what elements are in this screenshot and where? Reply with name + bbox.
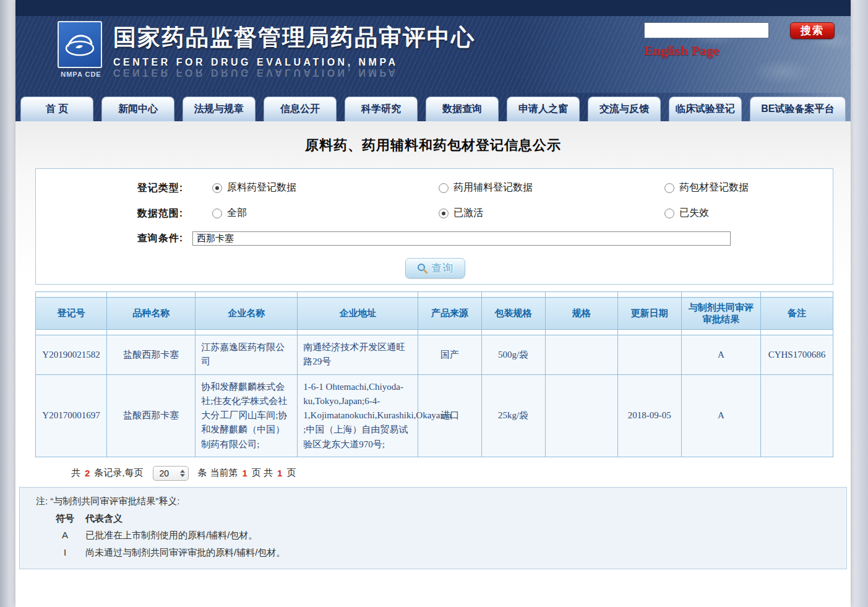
query-condition-label: 查询条件: — [36, 232, 183, 245]
reg-type-row: 登记类型: 原料药登记数据药用辅料登记数据药包材登记数据 — [36, 181, 833, 195]
table-cell — [617, 335, 681, 375]
table-cell: 南通经济技术开发区通旺路29号 — [298, 335, 418, 375]
header-top-strip — [15, 0, 851, 16]
main-nav: 首 页新闻中心法规与规章信息公开科学研究数据查询申请人之窗交流与反馈临床试验登记… — [15, 93, 851, 121]
pagination-total-pages: 1 — [276, 468, 283, 478]
site-title-block: 国家药品监督管理局药品审评中心 CENTER FOR DRUG EVALUATI… — [113, 22, 475, 78]
scope-option-label: 已激活 — [453, 207, 483, 220]
page-title: 原料药、药用辅料和药包材登记信息公示 — [15, 136, 851, 155]
magnifier-icon — [417, 263, 428, 273]
pagination-current-prefix: 当前第 — [210, 467, 238, 479]
site-search-button[interactable]: 搜索 — [790, 22, 835, 39]
table-row: Y20170001697盐酸西那卡塞协和发酵麒麟株式会社;住友化学株式会社 大分… — [36, 374, 833, 457]
column-header: 包装规格 — [481, 298, 545, 330]
logo-caption: NMPA CDE — [58, 71, 105, 78]
scope-option[interactable]: 已激活 — [439, 207, 483, 220]
swan-logo-icon — [62, 27, 98, 62]
stepper-icon — [180, 470, 185, 477]
scope-option[interactable]: 全部 — [212, 207, 247, 220]
radio-icon[interactable] — [212, 209, 222, 218]
table-cell — [760, 374, 833, 457]
site-search-input[interactable] — [644, 22, 769, 38]
legend-symbol: A — [51, 527, 79, 544]
site-title-en-reflection: CENTER FOR DRUG EVALUATION, NMPA — [113, 68, 475, 78]
query-condition-input[interactable] — [192, 231, 731, 246]
legend-meaning-header: 代表含义 — [79, 510, 122, 527]
results-table: 登记号品种名称企业名称企业地址产品来源包装规格规格更新日期与制剂共同审评审批结果… — [35, 291, 833, 457]
nav-tab[interactable]: 信息公开 — [264, 97, 337, 121]
nav-tab[interactable]: 法规与规章 — [183, 97, 256, 121]
scope-option[interactable]: 已失效 — [664, 207, 709, 220]
column-header: 企业名称 — [196, 298, 298, 330]
table-cell — [545, 374, 617, 457]
scope-option-label: 已失效 — [679, 207, 709, 220]
nav-tab[interactable]: 申请人之窗 — [507, 97, 580, 121]
nav-tab[interactable]: 科学研究 — [345, 97, 418, 121]
reg-type-option-label: 药包材登记数据 — [679, 181, 749, 194]
table-row: Y20190021582盐酸西那卡塞江苏嘉逸医药有限公司南通经济技术开发区通旺路… — [36, 335, 833, 375]
table-header-row: 登记号品种名称企业名称企业地址产品来源包装规格规格更新日期与制剂共同审评审批结果… — [36, 298, 833, 330]
nav-tab[interactable]: BE试验备案平台 — [750, 97, 846, 121]
header-search-area: 搜索 English Page — [644, 22, 848, 59]
main-content: 原料药、药用辅料和药包材登记信息公示 登记类型: 原料药登记数据药用辅料登记数据… — [15, 121, 851, 607]
legend-symbol: I — [51, 544, 79, 561]
table-cell: 协和发酵麒麟株式会社;住友化学株式会社 大分工厂冈山车间;协和发酵麒麟（中国）制… — [196, 374, 298, 457]
table-cell: A — [681, 335, 760, 375]
nmpa-cde-logo[interactable] — [58, 21, 102, 68]
legend-grid: 符号 代表含义 A已批准在上市制剂使用的原料/辅料/包材。I尚未通过与制剂共同审… — [51, 510, 840, 561]
reg-type-option[interactable]: 药包材登记数据 — [664, 181, 749, 194]
table-cell: 江苏嘉逸医药有限公司 — [196, 335, 298, 375]
site-header: NMPA CDE 国家药品监督管理局药品审评中心 CENTER FOR DRUG… — [15, 16, 851, 93]
table-cell: 国产 — [418, 335, 481, 375]
legend-symbol-header: 符号 — [51, 510, 79, 527]
radio-icon[interactable] — [664, 209, 674, 218]
radio-icon[interactable] — [212, 183, 222, 193]
table-cell: CYHS1700686 — [760, 335, 833, 375]
legend-row: A已批准在上市制剂使用的原料/辅料/包材。 — [51, 527, 840, 544]
nav-tab[interactable]: 交流与反馈 — [588, 97, 661, 121]
radio-icon[interactable] — [664, 183, 674, 193]
english-page-link[interactable]: English Page — [644, 43, 720, 59]
legend-meaning: 尚未通过与制剂共同审评审批的原料/辅料/包材。 — [79, 544, 285, 561]
nav-tab[interactable]: 临床试验登记 — [669, 97, 742, 121]
column-header: 登记号 — [36, 298, 107, 330]
legend-title: 注: “与制剂共同审评审批结果”释义: — [36, 493, 840, 510]
pagination-per-page-text: 条记录,每页 — [94, 467, 143, 479]
legend-meaning: 已批准在上市制剂使用的原料/辅料/包材。 — [79, 527, 257, 544]
column-header: 备注 — [760, 298, 833, 330]
logo-block: NMPA CDE — [58, 21, 105, 78]
scope-option-label: 全部 — [227, 207, 247, 220]
column-header: 规格 — [545, 298, 617, 330]
pagination-pages-suffix: 页 — [286, 467, 296, 479]
column-header: 更新日期 — [617, 298, 681, 330]
column-header: 品种名称 — [107, 298, 196, 330]
reg-type-option[interactable]: 原料药登记数据 — [212, 181, 296, 194]
table-cell: 1-6-1 Ohtemachi,Chiyoda-ku,Tokyo,Japan;6… — [298, 374, 418, 457]
table-cell: A — [681, 374, 760, 457]
pagination-pages-mid: 页 共 — [252, 467, 273, 479]
pagination-bar: 共 2 条记录,每页 20 条 当前第 1 页 共 1 页 — [71, 466, 851, 481]
legend-header-row: 符号 代表含义 — [51, 510, 840, 527]
scope-label: 数据范围: — [36, 207, 183, 220]
pagination-total-records: 2 — [84, 468, 91, 478]
table-cell: Y20190021582 — [36, 335, 107, 375]
table-cell — [545, 335, 617, 375]
table-cell: 2018-09-05 — [617, 374, 681, 457]
table-spacer-row — [36, 292, 833, 298]
legend-row: I尚未通过与制剂共同审评审批的原料/辅料/包材。 — [51, 544, 840, 561]
reg-type-options: 原料药登记数据药用辅料登记数据药包材登记数据 — [183, 181, 833, 195]
radio-icon[interactable] — [439, 209, 449, 218]
page-size-select[interactable]: 20 — [153, 466, 189, 481]
query-button-label: 查询 — [431, 261, 453, 275]
column-header: 产品来源 — [418, 298, 481, 330]
column-header: 与制剂共同审评审批结果 — [681, 298, 760, 330]
reg-type-option[interactable]: 药用辅料登记数据 — [439, 181, 533, 194]
site-title-en: CENTER FOR DRUG EVALUATION, NMPA — [113, 57, 475, 68]
nav-tab[interactable]: 新闻中心 — [101, 97, 174, 121]
pagination-current-page: 1 — [241, 468, 249, 478]
nav-tab[interactable]: 数据查询 — [426, 97, 499, 121]
scope-row: 数据范围: 全部已激活已失效 — [36, 207, 833, 220]
radio-icon[interactable] — [439, 183, 449, 193]
query-button[interactable]: 查询 — [405, 258, 465, 278]
nav-tab[interactable]: 首 页 — [20, 97, 93, 121]
